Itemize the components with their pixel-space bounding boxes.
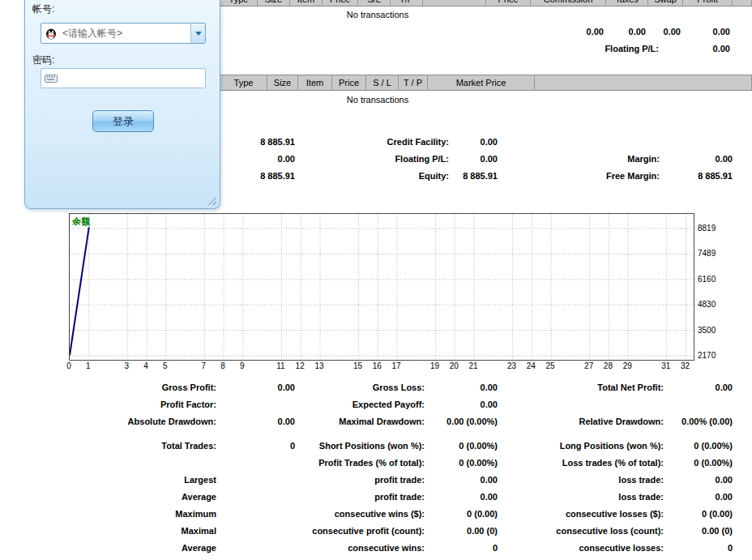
column-header: T/P — [391, 0, 423, 6]
table-row: Maximumconsecutive wins ($):0 (0.00)cons… — [0, 505, 735, 522]
stat-label: Free Margin: — [500, 171, 662, 181]
stat-value: 0.00 — [219, 417, 297, 426]
stat-label: Absolute Drawdown: — [0, 417, 219, 426]
stat-label: profit trade: — [297, 475, 427, 485]
table-row: Largestprofit trade:0.00loss trade:0.00 — [0, 471, 735, 488]
x-axis-tick: 7 — [194, 361, 213, 370]
column-header: Taxes — [606, 0, 648, 6]
stat-value: 8 885.91 — [219, 137, 297, 147]
total-value: 0.00 — [624, 27, 681, 36]
history-table-header-cut: TypeSizeItemPriceS/LT/PPriceCommissionTa… — [220, 0, 752, 6]
x-axis-tick: 20 — [444, 361, 464, 370]
stat-label: Profit Factor: — [0, 400, 219, 409]
x-axis-tick: 28 — [598, 361, 617, 370]
account-dropdown-button[interactable] — [190, 24, 205, 43]
stat-label: Maximal — [0, 526, 219, 536]
column-header: Price — [323, 0, 358, 6]
stat-value: 0.00 — [219, 383, 297, 392]
x-axis-tick: 21 — [464, 361, 483, 370]
stat-value: 0.00 — [666, 475, 735, 485]
stat-label: Profit Trades (% of total): — [297, 458, 427, 468]
x-axis-tick: 24 — [521, 361, 540, 370]
qq-avatar-icon — [45, 27, 58, 40]
x-axis-tick: 9 — [233, 361, 252, 370]
stat-value: 0.00 — [219, 154, 297, 164]
no-transactions-open: No transactions — [220, 95, 535, 105]
stat-label: Margin: — [500, 154, 662, 164]
account-input[interactable]: <请输入帐号> — [62, 27, 190, 41]
table-row: Profit Factor:Expected Payoff:0.00 — [0, 395, 735, 413]
statistics-table: Gross Profit:0.00Gross Loss:0.00Total Ne… — [0, 378, 735, 556]
stat-label: consecutive profit (count): — [297, 526, 427, 536]
stat-value: 0.00 — [666, 383, 735, 392]
stat-value: 0 — [219, 441, 297, 451]
stat-value: 0.00% (0.00) — [666, 417, 735, 426]
stat-label: Expected Payoff: — [297, 400, 427, 409]
qq-login-dialog: 帐号: <请输入帐号> 密码: — [24, 0, 220, 209]
chart-title: 余额 — [72, 216, 90, 228]
stat-value: 0.00 (0.00%) — [427, 417, 500, 426]
column-header: S / L — [366, 75, 399, 90]
chart-canvas — [70, 214, 694, 360]
x-axis-tick: 15 — [348, 361, 367, 370]
stat-label: consecutive wins: — [297, 543, 427, 553]
x-axis-tick: 12 — [290, 361, 310, 370]
y-axis-tick: 2170 — [698, 351, 716, 360]
resize-grip[interactable] — [207, 196, 216, 205]
x-axis-tick: 29 — [617, 361, 637, 370]
stat-value: 0.00 — [451, 137, 500, 147]
stat-value: 0 (0.00%) — [427, 458, 500, 468]
x-axis-tick: 5 — [156, 361, 175, 370]
stat-value: 0.00 — [427, 475, 500, 485]
x-axis-tick: 17 — [387, 361, 406, 370]
stat-value: 0.00 (0) — [666, 526, 735, 536]
column-header: Size — [258, 0, 290, 6]
column-header: Price — [332, 75, 366, 90]
floating-pl-label: Floating P/L: — [605, 44, 659, 53]
floating-pl-value: 0.00 — [713, 44, 730, 53]
keyboard-icon[interactable] — [45, 74, 58, 83]
stat-label: Gross Loss: — [297, 383, 427, 392]
column-header: Commission — [531, 0, 606, 6]
stat-value: 8 885.91 — [662, 171, 735, 181]
table-row: Gross Profit:0.00Gross Loss:0.00Total Ne… — [0, 378, 735, 395]
x-axis-tick: 31 — [656, 361, 676, 370]
stat-label: Relative Drawdown: — [500, 417, 666, 426]
stat-label: Short Positions (won %): — [297, 441, 427, 451]
stat-value: 0 (0.00%) — [666, 441, 735, 451]
stat-label: consecutive wins ($): — [297, 509, 427, 519]
account-combobox[interactable]: <请输入帐号> — [41, 23, 206, 44]
table-row: Averageconsecutive wins:0consecutive los… — [0, 539, 735, 556]
stat-label: consecutive losses ($): — [500, 509, 666, 519]
column-header: Swap — [648, 0, 683, 6]
login-button[interactable]: 登录 — [92, 110, 154, 132]
chevron-down-icon — [195, 32, 202, 36]
column-header: Profit — [683, 0, 733, 6]
column-header — [423, 0, 486, 6]
chart-plot-area: 余额 — [69, 213, 694, 361]
stat-label: Total Trades: — [0, 441, 219, 451]
stat-value: 0.00 — [662, 154, 735, 164]
x-axis-tick: 27 — [579, 361, 599, 370]
table-row: Total Trades:0Short Positions (won %):0 … — [0, 437, 735, 454]
password-field[interactable] — [41, 68, 206, 88]
y-axis-tick: 7489 — [698, 249, 716, 258]
stat-label: Equity: — [297, 171, 451, 181]
stat-value: 0.00 — [666, 492, 735, 502]
column-header: T / P — [399, 75, 428, 90]
stat-label: Credit Facility: — [297, 137, 451, 147]
stat-value: 0 (0.00%) — [427, 441, 500, 451]
stat-label: Maximum — [0, 509, 219, 519]
screen: TypeSizeItemPriceS/LT/PPriceCommissionTa… — [0, 0, 752, 560]
stat-value: 0 — [666, 543, 735, 553]
stat-label: Largest — [0, 475, 219, 485]
y-axis-tick: 4830 — [698, 300, 716, 309]
x-axis-tick: 11 — [271, 361, 290, 370]
stat-value: 0.00 — [427, 492, 500, 502]
stat-value: 0 — [427, 543, 500, 553]
column-header: Market Price — [428, 75, 535, 90]
x-axis-tick: 1 — [79, 361, 98, 370]
no-transactions-history: No transactions — [220, 10, 535, 19]
stat-label: consecutive losses: — [500, 543, 666, 553]
x-axis-tick: 32 — [675, 361, 694, 370]
